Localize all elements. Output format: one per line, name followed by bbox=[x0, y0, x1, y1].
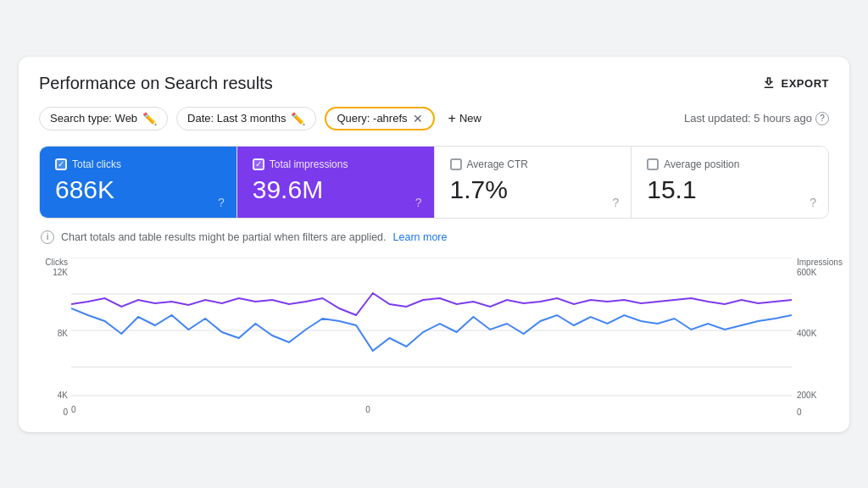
metric-card-position[interactable]: Average position 15.1 ? bbox=[632, 147, 828, 218]
last-updated: Last updated: 5 hours ago ? bbox=[684, 112, 829, 125]
chart-svg bbox=[71, 258, 792, 403]
new-filter-button[interactable]: + New bbox=[443, 108, 487, 130]
impressions-line bbox=[71, 293, 792, 315]
metrics-row: ✓ Total clicks 686K ? ✓ Total impression… bbox=[39, 146, 829, 219]
y-label-400k: 400K bbox=[797, 330, 829, 338]
page-title: Performance on Search results bbox=[39, 74, 273, 93]
main-container: Performance on Search results EXPORT Sea… bbox=[19, 57, 849, 432]
close-query-icon[interactable]: ✕ bbox=[413, 112, 423, 125]
metric-card-ctr[interactable]: Average CTR 1.7% ? bbox=[435, 147, 632, 218]
metric-header-impressions: ✓ Total impressions bbox=[253, 158, 419, 170]
help-icon-impressions[interactable]: ? bbox=[415, 196, 422, 209]
chart-area: Clicks 12K 8K 4K 0 bbox=[39, 254, 829, 419]
y-label-600k: 600K bbox=[797, 269, 829, 277]
metric-header-position: Average position bbox=[647, 158, 813, 170]
info-icon: i bbox=[41, 230, 54, 244]
metric-value-position: 15.1 bbox=[647, 177, 813, 202]
help-icon-clicks[interactable]: ? bbox=[218, 196, 225, 209]
query-filter[interactable]: Query: -ahrefs ✕ bbox=[325, 107, 434, 130]
edit-search-type-icon: ✏️ bbox=[142, 112, 157, 125]
last-updated-text: Last updated: 5 hours ago bbox=[684, 112, 812, 125]
metric-header-ctr: Average CTR bbox=[450, 158, 616, 170]
learn-more-link[interactable]: Learn more bbox=[393, 231, 448, 243]
checkbox-position[interactable] bbox=[647, 158, 659, 170]
y-label-8k: 8K bbox=[39, 330, 68, 338]
y-label-200k: 200K bbox=[797, 391, 829, 400]
metric-label-impressions: Total impressions bbox=[270, 158, 348, 170]
metric-card-total-clicks[interactable]: ✓ Total clicks 686K ? bbox=[40, 147, 237, 218]
x-axis-zero: 0 0 bbox=[71, 405, 792, 414]
clicks-line bbox=[71, 308, 792, 351]
export-label: EXPORT bbox=[782, 77, 829, 90]
chart-left-axis-title: Clicks bbox=[39, 258, 68, 267]
help-icon-ctr[interactable]: ? bbox=[612, 196, 619, 209]
export-button[interactable]: EXPORT bbox=[761, 75, 829, 91]
metric-label-position: Average position bbox=[664, 158, 739, 170]
y-label-0-left: 0 bbox=[63, 408, 68, 417]
help-icon-position[interactable]: ? bbox=[810, 196, 816, 209]
new-filter-label: New bbox=[459, 112, 481, 125]
plus-icon: + bbox=[448, 111, 456, 126]
checkbox-ctr[interactable] bbox=[450, 158, 462, 170]
metric-value-impressions: 39.6M bbox=[253, 177, 419, 202]
checkbox-clicks[interactable]: ✓ bbox=[55, 158, 67, 170]
checkbox-impressions[interactable]: ✓ bbox=[253, 158, 264, 170]
metric-label-clicks: Total clicks bbox=[72, 158, 121, 170]
info-text: Chart totals and table results might be … bbox=[61, 231, 387, 243]
filters-row: Search type: Web ✏️ Date: Last 3 months … bbox=[39, 107, 829, 130]
metric-header-clicks: ✓ Total clicks bbox=[55, 158, 221, 170]
help-circle-icon[interactable]: ? bbox=[815, 112, 829, 125]
chart-right-axis-title: Impressions bbox=[797, 258, 829, 267]
metric-card-total-impressions[interactable]: ✓ Total impressions 39.6M ? bbox=[237, 147, 435, 218]
edit-date-icon: ✏️ bbox=[291, 112, 305, 125]
date-filter[interactable]: Date: Last 3 months ✏️ bbox=[176, 107, 316, 130]
query-label: Query: -ahrefs bbox=[337, 112, 407, 125]
y-label-0-right: 0 bbox=[797, 408, 802, 417]
y-label-12k: 12K bbox=[39, 269, 68, 277]
y-label-4k: 4K bbox=[39, 391, 68, 400]
info-bar: i Chart totals and table results might b… bbox=[39, 230, 829, 244]
header-row: Performance on Search results EXPORT bbox=[39, 74, 829, 93]
metric-label-ctr: Average CTR bbox=[467, 158, 528, 170]
date-label: Date: Last 3 months bbox=[187, 112, 286, 125]
metric-value-ctr: 1.7% bbox=[450, 177, 616, 202]
search-type-label: Search type: Web bbox=[50, 112, 137, 125]
search-type-filter[interactable]: Search type: Web ✏️ bbox=[39, 107, 168, 130]
export-icon bbox=[761, 75, 776, 91]
metric-value-clicks: 686K bbox=[55, 177, 221, 202]
